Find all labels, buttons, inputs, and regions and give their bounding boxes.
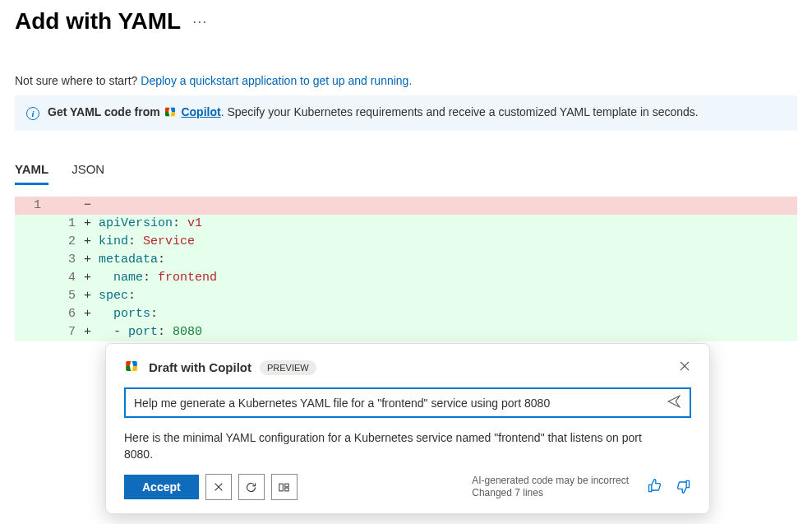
diff-row-added: 6+ ports: [15, 305, 797, 323]
close-icon[interactable] [678, 359, 691, 375]
info-banner: i Get YAML code from Copilot. Specify yo… [15, 95, 797, 131]
copilot-prompt-row [124, 387, 691, 418]
copilot-link[interactable]: Copilot [181, 105, 220, 118]
subtitle-prefix: Not sure where to start? [15, 74, 141, 87]
tabs: YAML JSON [15, 155, 797, 185]
discard-button[interactable] [205, 474, 232, 500]
send-icon[interactable] [667, 394, 681, 411]
svg-rect-1 [285, 484, 288, 487]
svg-rect-2 [285, 488, 288, 491]
copilot-popup: Draft with Copilot PREVIEW Here is the m… [105, 343, 710, 514]
more-icon[interactable]: ··· [192, 13, 207, 30]
compare-button[interactable] [271, 474, 298, 500]
retry-button[interactable] [238, 474, 265, 500]
banner-text: Get YAML code from Copilot. Specify your… [48, 105, 699, 121]
copilot-response: Here is the minimal YAML configuration f… [124, 429, 667, 462]
tab-json[interactable]: JSON [72, 155, 104, 185]
thumbs-up-icon[interactable] [647, 478, 663, 497]
quickstart-link[interactable]: Deploy a quickstart application to get u… [141, 74, 412, 87]
thumbs-down-icon[interactable] [675, 478, 691, 497]
copilot-icon [124, 359, 139, 376]
diff-row-added: 7+ - port: 8080 [15, 323, 797, 341]
preview-badge: PREVIEW [260, 360, 316, 375]
diff-row-added: 4+ name: frontend [15, 269, 797, 287]
ai-note-line2: Changed 7 lines [472, 487, 629, 499]
page-title: Add with YAML [15, 8, 181, 35]
diff-row-added: 2+kind: Service [15, 233, 797, 251]
accept-button[interactable]: Accept [124, 475, 199, 499]
diff-row-added: 5+spec: [15, 287, 797, 305]
copilot-icon [164, 105, 177, 121]
diff-row-removed: 1− [15, 197, 797, 215]
copilot-popup-title: Draft with Copilot [149, 360, 251, 374]
banner-trail: . Specify your Kubernetes requirements a… [221, 105, 699, 118]
subtitle: Not sure where to start? Deploy a quicks… [15, 74, 797, 87]
banner-lead: Get YAML code from [48, 105, 164, 118]
diff-row-added: 1+apiVersion: v1 [15, 215, 797, 233]
svg-rect-0 [279, 484, 283, 491]
ai-disclaimer: AI-generated code may be incorrect Chang… [472, 475, 629, 499]
ai-note-line1: AI-generated code may be incorrect [472, 475, 629, 487]
copilot-prompt-input[interactable] [134, 396, 658, 410]
info-icon: i [26, 107, 39, 120]
tab-yaml[interactable]: YAML [15, 155, 48, 185]
editor: 1−1+apiVersion: v12+kind: Service3+metad… [15, 197, 797, 341]
diff-row-added: 3+metadata: [15, 251, 797, 269]
